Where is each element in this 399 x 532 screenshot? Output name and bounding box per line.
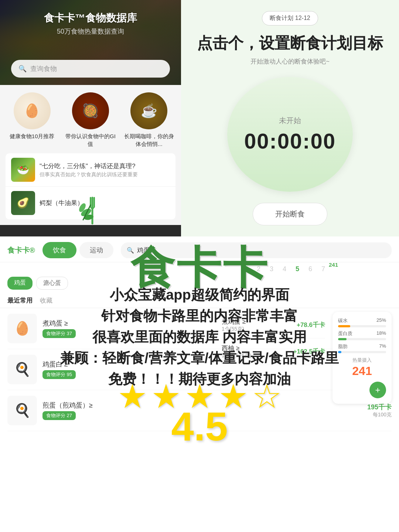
article-thumb-3: ☕ [130, 92, 167, 129]
tab-recent[interactable]: 最近常用 [7, 296, 33, 305]
food-thumb-2: 🍳 [7, 355, 37, 384]
stat-carbs-pct: 25% [376, 317, 386, 324]
banner-title: 食卡卡™食物数据库 [0, 11, 181, 25]
article-image-2: 🥘 [72, 92, 109, 129]
stat-fat-label: 脂肪 [338, 343, 348, 350]
food-content-area: 🥚 煮鸡蛋 ≥ 食物评分 37 43千卡 每100克 🍳 鸡蛋白 ≥ 食物评分 … [0, 308, 399, 532]
food-log-name-1: 煮鸡蛋 ≥ [222, 317, 246, 326]
top-section: 食卡卡™食物数据库 50万食物热量数据查询 🔍 查询食物 🥚 健康食物10月推荐 [0, 0, 399, 236]
stat-carbs: 碳水 25% [338, 317, 386, 327]
article-list-thumb-1: 🥗 [11, 158, 35, 182]
stat-protein-pct: 18% [376, 330, 386, 337]
stat-total: 热量摄入 241 [338, 357, 386, 378]
right-stats-panel: 碳水 25% 蛋白质 18% 脂肪 7% [332, 312, 392, 404]
add-food-button[interactable]: + [369, 382, 386, 398]
stat-carbs-fill [338, 325, 350, 327]
stat-fat-fill [338, 351, 341, 353]
page-3[interactable]: 3 [270, 265, 273, 273]
stat-protein: 蛋白质 18% [338, 330, 386, 340]
food-thumb-1: 🥚 [7, 314, 37, 343]
stat-protein-bar [338, 338, 386, 340]
page-5-active[interactable]: 5 [296, 265, 299, 273]
stat-fat-bar [338, 351, 386, 353]
stat-protein-fill [338, 338, 347, 340]
food-log-item-2[interactable]: 西柚 ≥ 1.3个(676克) +162.5千卡 [222, 338, 325, 365]
app-logo-icon [72, 192, 109, 229]
stat-carbs-bar [338, 325, 386, 327]
fasting-subtitle: 开始激动人心的断食体验吧~ [250, 57, 330, 66]
article-thumb-2: 🥘 [72, 92, 109, 129]
app-header: 食卡卡® 饮食 运动 🔍 鸡蛋 [0, 236, 399, 262]
page-7[interactable]: 7 [321, 265, 325, 273]
article-card-1[interactable]: 🥚 健康食物10月推荐 [6, 92, 58, 148]
page-1[interactable]: 1 [244, 265, 248, 273]
article-list-image-2: 🥑 [11, 191, 35, 215]
food-log-item-1[interactable]: 煮鸡蛋 ≥ 1个(55克) +78.6千卡 [222, 312, 325, 338]
food-search-input[interactable]: 🔍 鸡蛋 [121, 242, 392, 258]
food-score-3: 食物评分 27 [42, 411, 76, 420]
food-tag-soft-egg[interactable]: 溏心蛋 [36, 277, 68, 290]
stat-fat-pct: 7% [379, 343, 386, 350]
banner-header: 食卡卡™食物数据库 50万食物热量数据查询 [0, 11, 181, 36]
food-log-amount-2: 1.3个(676克) [222, 352, 251, 359]
timer-circle: 未开始 00:00:00 [227, 77, 353, 192]
food-calories-3: 195千卡 [367, 403, 392, 412]
article-image-1: 🥚 [14, 92, 51, 129]
article-thumb-1: 🥚 [14, 92, 51, 129]
search-input-value: 鸡蛋 [137, 246, 150, 255]
article-list-image-1: 🥗 [11, 158, 35, 182]
page-4[interactable]: 4 [283, 265, 286, 273]
article-cards: 🥚 健康食物10月推荐 🥘 带你认识食物中的GI值 ☕ 长期喝咖啡，你的身体会悄… [6, 92, 175, 148]
article-title-1: 健康食物10月推荐 [10, 132, 55, 140]
start-fasting-button[interactable]: 开始断食 [253, 203, 327, 225]
fasting-title: 点击个，设置断食计划目标 [197, 33, 383, 54]
app-nav-tabs: 饮食 运动 [42, 242, 113, 258]
stat-protein-label: 蛋白质 [338, 330, 352, 337]
stat-calorie-label: 热量摄入 [338, 357, 386, 364]
pagination-bar: 241 1 2 3 4 5 6 7 [0, 262, 399, 273]
article-title-2: 带你认识食物中的GI值 [64, 132, 117, 148]
food-thumb-3: 🍳 [7, 396, 37, 425]
nav-tab-diet[interactable]: 饮食 [42, 242, 76, 258]
food-tags: 鸡蛋 溏心蛋 [0, 273, 399, 293]
food-log-amount-1: 1个(55克) [222, 326, 246, 332]
search-icon: 🔍 [18, 65, 27, 73]
article-card-3[interactable]: ☕ 长期喝咖啡，你的身体会悄悄... [123, 92, 175, 148]
banner-subtitle: 50万食物热量数据查询 [0, 27, 181, 36]
food-log-cal-1: +78.6千卡 [297, 321, 325, 329]
right-panel: 断食计划 12-12 点击个，设置断食计划目标 开始激动人心的断食体验吧~ 未开… [181, 0, 399, 236]
search-placeholder-text: 查询食物 [30, 64, 57, 73]
app-logo-center [72, 192, 109, 229]
page-2[interactable]: 2 [257, 265, 260, 273]
food-tag-egg[interactable]: 鸡蛋 [7, 277, 33, 290]
food-score-1: 食物评分 37 [42, 329, 76, 338]
article-list-content-1: "七分吃，三分练"，神话还是真理? 但事实真否如此？饮食真的比训练还要重要 [40, 162, 170, 178]
food-info-3: 煎蛋（煎鸡蛋）≥ 食物评分 27 [42, 401, 362, 420]
article-image-3: ☕ [130, 92, 167, 129]
stat-carbs-label: 碳水 [338, 317, 348, 324]
left-panel: 食卡卡™食物数据库 50万食物热量数据查询 🔍 查询食物 🥚 健康食物10月推荐 [0, 0, 181, 236]
tab-favorite[interactable]: 收藏 [40, 296, 52, 305]
nav-tab-exercise[interactable]: 运动 [79, 242, 113, 258]
food-log-cal-2: +162.5千卡 [293, 347, 325, 356]
app-brand: 食卡卡® [7, 245, 35, 255]
bottom-section: 食卡卡® 饮食 运动 🔍 鸡蛋 241 1 2 3 4 5 6 7 鸡蛋 溏心蛋… [0, 236, 399, 532]
fasting-plan-badge[interactable]: 断食计划 12-12 [262, 11, 318, 25]
food-cal-3: 195千卡 每100克 [367, 403, 392, 418]
food-score-2: 食物评分 95 [42, 370, 76, 379]
page-6[interactable]: 6 [308, 265, 312, 273]
stat-total-number: 241 [338, 364, 386, 378]
food-search-bar[interactable]: 🔍 查询食物 [11, 60, 170, 78]
article-card-2[interactable]: 🥘 带你认识食物中的GI值 [64, 92, 117, 148]
stat-fat: 脂肪 7% [338, 343, 386, 353]
tab-selector: 最近常用 收藏 [0, 293, 399, 308]
food-log-name-2: 西柚 ≥ [222, 344, 251, 352]
article-list-item-1[interactable]: 🥗 "七分吃，三分练"，神话还是真理? 但事实真否如此？饮食真的比训练还要重要 [6, 153, 175, 187]
food-unit-3: 每100克 [367, 412, 392, 418]
article-list-desc-1: 但事实真否如此？饮食真的比训练还要重要 [40, 171, 170, 178]
food-db-banner: 食卡卡™食物数据库 50万食物热量数据查询 🔍 查询食物 [0, 0, 181, 85]
article-list-thumb-2: 🥑 [11, 191, 35, 215]
food-name-3: 煎蛋（煎鸡蛋）≥ [42, 401, 362, 410]
article-list-title-1: "七分吃，三分练"，神话还是真理? [40, 162, 170, 170]
timer-status: 未开始 [279, 116, 301, 126]
